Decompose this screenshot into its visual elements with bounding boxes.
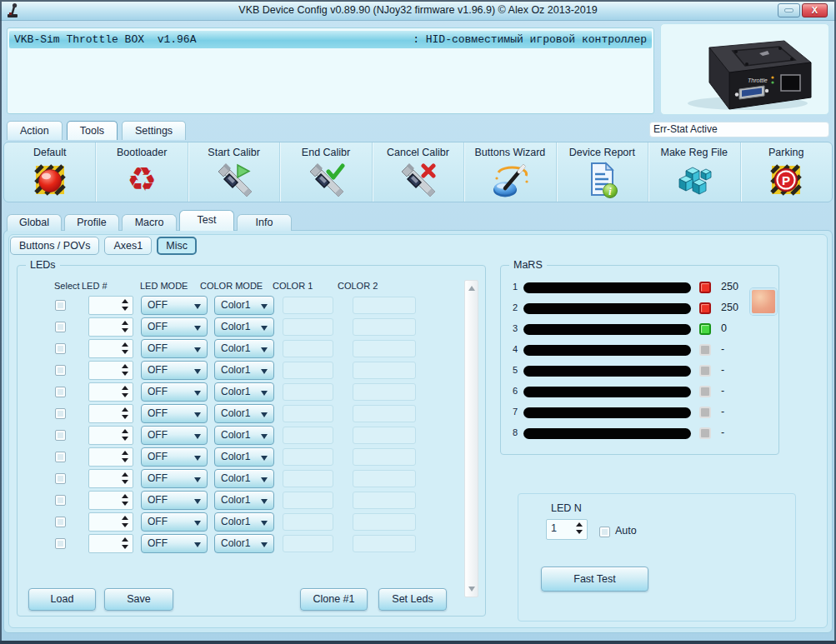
color2-field[interactable] [353,405,416,422]
spinner-arrows-icon[interactable] [576,522,583,534]
end-calibr-button[interactable]: End Calibr [280,142,372,202]
led-number-spinner[interactable] [88,534,133,553]
color-mode-select[interactable]: Color1 [214,447,274,467]
led-number-spinner[interactable] [88,361,133,380]
subtab-misc[interactable]: Misc [157,237,197,255]
spinner-arrows-icon[interactable] [122,472,128,484]
auto-checkbox[interactable] [599,527,610,537]
color2-field[interactable] [353,513,416,531]
spinner-arrows-icon[interactable] [122,451,128,462]
color1-field[interactable] [283,362,333,379]
led-number-spinner[interactable] [88,317,133,337]
spinner-arrows-icon[interactable] [122,494,128,506]
color2-field[interactable] [353,448,416,466]
led-select-checkbox[interactable] [55,495,66,506]
menu-tab-tools[interactable]: Tools [67,121,118,140]
led-mode-select[interactable]: OFF [141,534,208,553]
color-mode-select[interactable]: Color1 [214,296,274,315]
led-mode-select[interactable]: OFF [141,361,208,380]
spinner-arrows-icon[interactable] [122,516,128,527]
led-mode-select[interactable]: OFF [141,339,208,358]
color-mode-select[interactable]: Color1 [214,469,274,488]
led-mode-select[interactable]: OFF [141,317,208,337]
spinner-arrows-icon[interactable] [122,386,128,397]
led-number-spinner[interactable] [88,469,133,488]
color2-field[interactable] [353,297,416,314]
led-select-checkbox[interactable] [55,322,66,332]
menu-tab-settings[interactable]: Settings [122,121,186,140]
led-number-spinner[interactable] [88,296,133,315]
spinner-arrows-icon[interactable] [122,299,128,311]
led-mode-select[interactable]: OFF [141,469,208,488]
led-select-checkbox[interactable] [55,452,66,462]
led-select-checkbox[interactable] [55,343,66,354]
led-select-checkbox[interactable] [55,538,66,549]
led-mode-select[interactable]: OFF [141,491,208,510]
spinner-arrows-icon[interactable] [122,537,128,549]
led-scrollbar[interactable] [464,280,478,597]
device-row-selected[interactable]: VKB-Sim Throttle BOX v1.96A : HID-совмес… [9,31,652,48]
color1-field[interactable] [283,383,333,401]
tab-macro[interactable]: Macro [122,214,177,231]
led-select-checkbox[interactable] [55,300,66,311]
led-number-spinner[interactable] [88,339,133,358]
led-mode-select[interactable]: OFF [141,296,208,315]
color2-field[interactable] [353,362,416,379]
led-mode-select[interactable]: OFF [141,426,208,445]
load-button[interactable]: Load [28,588,96,611]
color2-field[interactable] [353,318,416,336]
scroll-up-icon[interactable] [468,286,475,291]
color1-field[interactable] [283,405,333,422]
led-number-spinner[interactable] [88,426,133,445]
spinner-arrows-icon[interactable] [122,407,128,419]
spinner-arrows-icon[interactable] [122,321,128,332]
color-mode-select[interactable]: Color1 [214,339,274,358]
color2-field[interactable] [353,427,416,444]
color-mode-select[interactable]: Color1 [214,361,274,380]
color1-field[interactable] [283,318,333,336]
led-select-checkbox[interactable] [55,408,66,419]
led-mode-select[interactable]: OFF [141,382,208,402]
tab-profile[interactable]: Profile [64,214,119,231]
led-n-spinner[interactable]: 1 [546,519,588,540]
menu-tab-action[interactable]: Action [7,121,63,140]
color1-field[interactable] [283,297,333,314]
led-number-spinner[interactable] [88,404,133,423]
spinner-arrows-icon[interactable] [122,342,128,354]
parking-button[interactable]: Parking P [741,142,832,202]
color2-field[interactable] [353,535,416,552]
color1-field[interactable] [283,448,333,466]
color2-field[interactable] [353,383,416,401]
led-select-checkbox[interactable] [55,430,66,441]
start-calibr-button[interactable]: Start Calibr [188,142,280,202]
color-mode-select[interactable]: Color1 [214,404,274,423]
led-select-checkbox[interactable] [55,365,66,376]
scroll-down-icon[interactable] [468,587,475,592]
led-number-spinner[interactable] [88,382,133,402]
mars-color-button[interactable] [750,288,777,315]
color-mode-select[interactable]: Color1 [214,512,274,532]
color2-field[interactable] [353,340,416,357]
color1-field[interactable] [283,492,333,509]
led-select-checkbox[interactable] [55,387,66,397]
color-mode-select[interactable]: Color1 [214,491,274,510]
color1-field[interactable] [283,340,333,357]
led-number-spinner[interactable] [88,491,133,510]
buttons-wizard-button[interactable]: Buttons Wizard [464,142,556,202]
set-leds-button[interactable]: Set Leds [378,588,447,611]
led-select-checkbox[interactable] [55,517,66,527]
cancel-calibr-button[interactable]: Cancel Calibr [373,142,464,202]
led-mode-select[interactable]: OFF [141,404,208,423]
color-mode-select[interactable]: Color1 [214,534,274,553]
tab-info[interactable]: Info [237,214,292,231]
led-mode-select[interactable]: OFF [141,512,208,532]
color-mode-select[interactable]: Color1 [214,317,274,337]
make-reg-file-button[interactable]: Make Reg File [648,142,740,202]
color-mode-select[interactable]: Color1 [214,382,274,402]
color2-field[interactable] [353,492,416,509]
spinner-arrows-icon[interactable] [122,364,128,376]
led-select-checkbox[interactable] [55,473,66,484]
bootloader-button[interactable]: Bootloader ♻ [96,142,188,202]
clone-1-button[interactable]: Clone #1 [300,588,368,611]
color1-field[interactable] [283,535,333,552]
